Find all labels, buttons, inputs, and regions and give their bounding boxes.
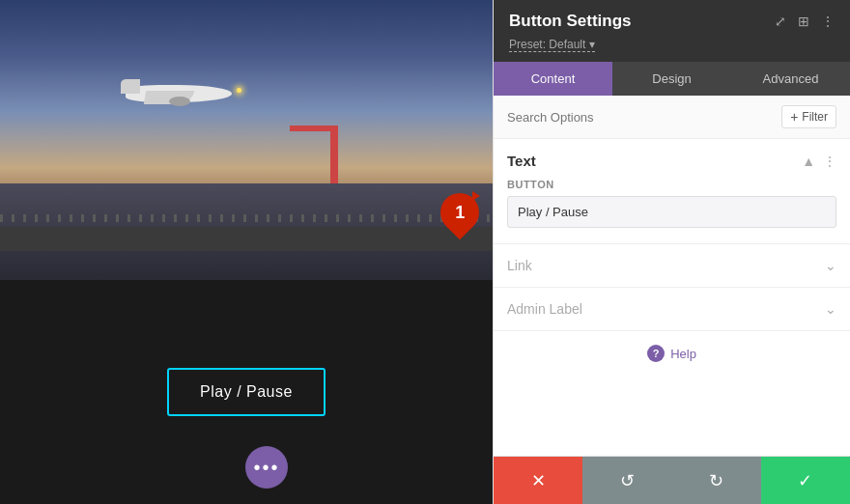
search-bar: + Filter [494, 96, 850, 139]
button-field-group: Button [507, 179, 836, 228]
panel-content: + Filter Text ▲ ⋮ Button Link ⌄ [494, 96, 850, 456]
cancel-icon: ✕ [531, 470, 546, 491]
tab-advanced[interactable]: Advanced [731, 62, 850, 96]
save-icon: ✓ [798, 470, 812, 491]
section-header-text: Text ▲ ⋮ [507, 139, 836, 179]
cancel-button[interactable]: ✕ [494, 457, 582, 504]
help-label: Help [670, 347, 696, 361]
undo-button[interactable]: ↺ [582, 457, 671, 504]
expand-icon[interactable]: ⤢ [775, 14, 786, 29]
section-more-icon[interactable]: ⋮ [823, 154, 836, 169]
filter-button[interactable]: + Filter [781, 105, 836, 128]
badge-number: 1 [455, 203, 465, 223]
redo-icon: ↻ [709, 470, 723, 491]
save-button[interactable]: ✓ [761, 457, 850, 504]
section-title-text: Text [507, 153, 536, 169]
badge-arrow [472, 191, 480, 201]
panel-header: Button Settings ⤢ ⊞ ⋮ Preset: Default ▾ [494, 0, 850, 62]
link-chevron-icon: ⌄ [825, 258, 836, 273]
runway [0, 227, 493, 251]
tab-content[interactable]: Content [494, 62, 612, 96]
admin-label-section[interactable]: Admin Label ⌄ [494, 287, 850, 330]
text-section: Text ▲ ⋮ Button [494, 139, 850, 228]
help-row[interactable]: ? Help [494, 330, 850, 376]
search-input[interactable] [507, 110, 781, 125]
panel-title: Button Settings [509, 12, 632, 31]
panel-title-row: Button Settings ⤢ ⊞ ⋮ [509, 12, 835, 31]
redo-button[interactable]: ↻ [672, 457, 761, 504]
admin-label-chevron-icon: ⌄ [825, 301, 836, 317]
help-icon: ? [647, 345, 665, 362]
columns-icon[interactable]: ⊞ [798, 14, 809, 29]
admin-label-title: Admin Label [507, 301, 582, 317]
undo-icon: ↺ [620, 470, 635, 491]
settings-panel: Button Settings ⤢ ⊞ ⋮ Preset: Default ▾ … [493, 0, 850, 504]
plane-lights [237, 88, 241, 93]
sky-background [0, 0, 493, 280]
airplane [116, 77, 251, 111]
crane-arm [290, 126, 338, 131]
plane-engine [169, 97, 190, 106]
fence [0, 214, 493, 222]
play-pause-button[interactable]: Play / Pause [167, 368, 326, 416]
dots-menu-button[interactable]: ••• [245, 446, 288, 489]
action-bar: ✕ ↺ ↻ ✓ [494, 456, 850, 504]
dots-icon: ••• [253, 457, 279, 479]
button-text-input[interactable] [507, 196, 836, 228]
link-section-title: Link [507, 258, 532, 273]
tabs-row: Content Design Advanced [494, 62, 850, 96]
panel-preset[interactable]: Preset: Default ▾ [509, 38, 595, 52]
panel-icons: ⤢ ⊞ ⋮ [775, 14, 835, 29]
more-icon[interactable]: ⋮ [821, 14, 835, 29]
tab-design[interactable]: Design [612, 62, 731, 96]
button-field-label: Button [507, 179, 836, 190]
filter-plus-icon: + [790, 109, 798, 125]
link-section[interactable]: Link ⌄ [494, 243, 850, 287]
preset-label[interactable]: Preset: Default ▾ [509, 38, 595, 52]
canvas-area: Play / Pause 1 ••• [0, 0, 493, 504]
section-toggle-icon[interactable]: ▲ [802, 154, 815, 169]
ground [0, 183, 493, 280]
canvas-image [0, 0, 493, 280]
filter-label: Filter [802, 110, 828, 124]
plane-tail [121, 79, 140, 94]
section-controls: ▲ ⋮ [802, 154, 836, 169]
